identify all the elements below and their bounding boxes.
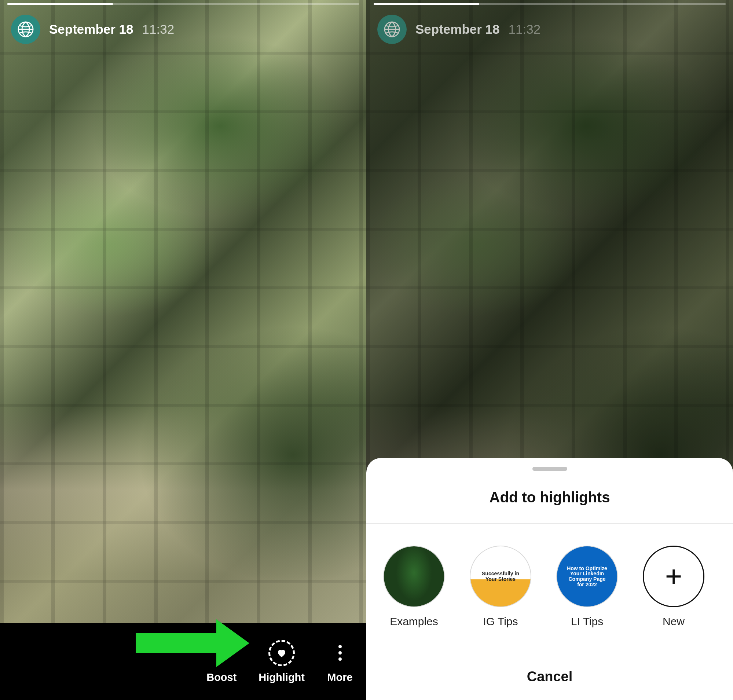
- highlight-option-ig-tips[interactable]: Successfully inYour Stories IG Tips: [470, 546, 531, 628]
- globe-leaf-icon: [383, 21, 401, 38]
- highlight-new-circle: +: [643, 546, 704, 607]
- highlight-option-examples[interactable]: Examples: [383, 546, 445, 628]
- story-date: September 18: [415, 22, 500, 37]
- sheet-title: Add to highlights: [366, 489, 733, 506]
- more-label: More: [327, 671, 352, 684]
- story-background: [0, 0, 366, 700]
- more-icon: [327, 640, 353, 666]
- plus-icon: +: [665, 562, 682, 591]
- globe-leaf-icon: [17, 21, 34, 38]
- highlight-label: LI Tips: [571, 615, 603, 628]
- highlight-thumb-li-tips: How to OptimizeYour LinkedInCompany Page…: [556, 546, 618, 607]
- highlight-icon: [268, 640, 295, 666]
- sheet-drag-handle[interactable]: [533, 467, 567, 471]
- highlight-button[interactable]: Highlight: [259, 640, 305, 684]
- highlight-label: Examples: [390, 615, 438, 628]
- avatar[interactable]: [377, 15, 407, 44]
- story-view-right: September 18 11:32 Add to highlights Exa…: [366, 0, 733, 700]
- boost-label: Boost: [206, 671, 237, 684]
- story-progress-bar[interactable]: [7, 3, 359, 5]
- more-button[interactable]: More: [327, 640, 353, 684]
- story-date: September 18: [49, 22, 134, 37]
- annotation-arrow: [136, 619, 249, 667]
- add-to-highlights-sheet: Add to highlights Examples Successfully …: [366, 458, 733, 700]
- story-header: September 18 11:32: [377, 15, 722, 44]
- story-progress-bar[interactable]: [374, 3, 726, 5]
- highlight-option-li-tips[interactable]: How to OptimizeYour LinkedInCompany Page…: [556, 546, 618, 628]
- story-view-left: September 18 11:32 Boost Highlight More: [0, 0, 366, 700]
- avatar[interactable]: [11, 15, 40, 44]
- cancel-button[interactable]: Cancel: [366, 653, 733, 700]
- highlight-label: IG Tips: [483, 615, 518, 628]
- highlight-thumb-ig-tips: Successfully inYour Stories: [470, 546, 531, 607]
- highlight-thumb-examples: [383, 546, 445, 607]
- story-time: 11:32: [509, 22, 541, 37]
- heart-icon: [276, 647, 287, 659]
- highlight-label: Highlight: [259, 671, 305, 684]
- story-header: September 18 11:32: [11, 15, 355, 44]
- highlight-label-new: New: [662, 615, 684, 628]
- story-time: 11:32: [142, 22, 175, 37]
- highlight-options-row: Examples Successfully inYour Stories IG …: [366, 524, 733, 628]
- highlight-option-new[interactable]: + New: [643, 546, 704, 628]
